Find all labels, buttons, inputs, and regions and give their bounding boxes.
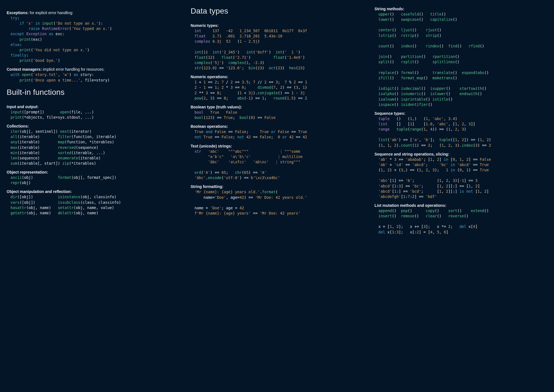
repr-code: ascii(obj) format(obj[, format_spec]) re… [7, 175, 180, 185]
strfmt-label: String formatting: [191, 184, 364, 189]
reflect-label: Object manipulation and reflection: [7, 189, 180, 194]
exceptions-label-text: Exceptions: [7, 11, 29, 15]
column-3: String methods: upper() casefold() title… [374, 7, 547, 385]
strfmt-code: 'Mr {name}: {age} years old.'.format( na… [191, 189, 364, 216]
listmut-code: append() pop() copy() sort() extend() in… [374, 208, 547, 235]
boolops-label: Boolean operations: [191, 124, 364, 129]
reflect-code: dir([obj]) isinstance(obj, classinfo) va… [7, 194, 180, 216]
seqops-code: 'ab' * 3 == 'ababab'; [1, 2] in [0, 1, 2… [374, 157, 547, 199]
text-code: str 'abc' """abc""" | """some "a'b'c" 'a… [191, 149, 364, 181]
numtypes-label: Numeric types: [191, 23, 364, 28]
collections-label: Collections: [7, 124, 180, 128]
boolops-code: True and False == False; True or False =… [191, 129, 364, 140]
booltype-label: Boolean type (truth values): [191, 105, 364, 109]
numops-label: Numeric operations: [191, 75, 364, 79]
numtypes-code: int 137 -42 1_234_567 0b1011 0o177 0x3f … [191, 28, 364, 71]
context-desc: implicit error handling for resources: [42, 67, 104, 72]
collections-code: iter(obj[, sentinel]) next(iterator) all… [7, 129, 180, 166]
context-label: Context managers: implicit error handlin… [7, 67, 180, 72]
datatypes-heading: Data types [191, 7, 364, 16]
seqops-label: Sequence and string operations, slicing: [374, 152, 547, 156]
builtins-heading: Built-in functions [7, 88, 180, 97]
context-code: with open('story.txt', 'w') as story: pr… [7, 72, 180, 83]
strmethods-code: upper() casefold() title() lower() swapc… [374, 12, 547, 107]
io-label: Input and output: [7, 105, 180, 109]
strmethods-label: String methods: [374, 7, 547, 11]
repr-label: Object representation: [7, 170, 180, 174]
numops-code: 1 + 1 == 2; 7 / 2 == 3.5; 7 // 2 == 3; 7… [191, 80, 364, 101]
seqtypes-code: tuple () (1,) (1, 'abc', 3.4) list [] [1… [374, 116, 547, 148]
column-1: Exceptions: for explicit error handling:… [7, 7, 180, 385]
column-2: Data types Numeric types: int 137 -42 1_… [191, 7, 364, 385]
exceptions-code: try: if 'x' in input('Do not type an x.'… [7, 16, 180, 63]
listmut-label: List mutation methods and operations: [374, 203, 547, 208]
context-label-text: Context managers: [7, 67, 42, 72]
io-code: input([prompt]) open(file, ...) print(*o… [7, 110, 180, 120]
exceptions-label: Exceptions: for explicit error handling: [7, 11, 180, 15]
seqtypes-label: Sequence types: [374, 111, 547, 116]
text-label: Text (unicode) strings: [191, 144, 364, 148]
exceptions-desc: for explicit error handling: [29, 11, 73, 15]
booltype-code: bool True False bool(123) == True; bool(… [191, 110, 364, 120]
